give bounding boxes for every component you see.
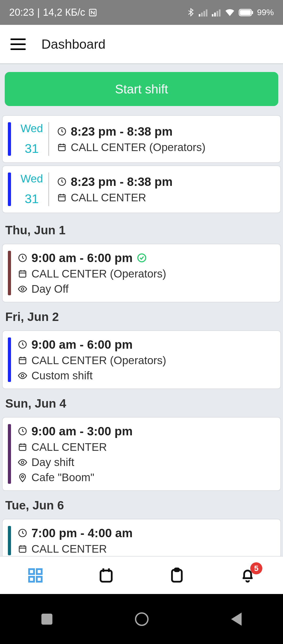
shift-place: CALL CENTER (Operators) (31, 268, 166, 280)
calendar-icon (57, 142, 67, 152)
shift-card[interactable]: 9:00 am - 6:00 pm CALL CENTER (Operators… (2, 330, 281, 389)
bottom-tab-bar: 5 (0, 556, 283, 594)
date-column: Wed 31 (18, 122, 49, 156)
clock-icon (57, 126, 67, 136)
clock-icon (18, 426, 28, 436)
day-number: 31 (25, 192, 39, 206)
svg-rect-3 (203, 11, 205, 16)
clock-icon (57, 177, 67, 187)
nav-back-icon[interactable] (231, 613, 242, 626)
shift-time: 7:00 pm - 4:00 am (31, 526, 133, 540)
android-status-bar: 20:23 | 14,2 КБ/с 99% (0, 0, 283, 25)
eye-icon (18, 457, 28, 467)
accent-bar (8, 122, 11, 156)
shift-place: CALL CENTER (Operators) (71, 141, 205, 154)
svg-rect-11 (252, 11, 253, 14)
day-number: 31 (25, 141, 39, 156)
calendar-icon (18, 544, 28, 554)
svg-rect-31 (29, 577, 34, 582)
date-section-header: Fri, Jun 2 (0, 302, 283, 330)
tab-calendar[interactable] (96, 565, 117, 586)
shift-place: CALL CENTER (31, 543, 107, 555)
nav-home-icon[interactable] (135, 612, 149, 626)
check-icon (137, 253, 147, 263)
svg-rect-15 (58, 195, 65, 201)
date-section-header: Thu, Jun 1 (0, 216, 283, 244)
shift-time: 9:00 am - 6:00 pm (31, 251, 133, 265)
tab-clipboard[interactable] (166, 565, 187, 586)
svg-rect-29 (29, 569, 34, 574)
android-nav-bar (0, 594, 283, 644)
weekday-label: Wed (20, 122, 43, 135)
shift-card[interactable]: 7:00 pm - 4:00 am CALL CENTER (2, 519, 281, 556)
svg-point-25 (21, 461, 24, 464)
svg-rect-5 (212, 14, 213, 16)
page-title: Dashboard (41, 37, 106, 52)
svg-point-22 (21, 374, 24, 377)
date-section-header: Tue, Jun 6 (0, 491, 283, 519)
clock-icon (18, 253, 28, 263)
nav-recent-icon[interactable] (41, 614, 52, 625)
shift-time: 8:23 pm - 8:38 pm (71, 175, 173, 189)
shift-place: CALL CENTER (71, 191, 146, 204)
svg-rect-7 (216, 11, 218, 16)
svg-point-19 (21, 288, 24, 290)
battery-icon (239, 9, 253, 16)
signal-icon (198, 9, 208, 16)
svg-rect-2 (201, 13, 203, 16)
svg-rect-6 (214, 13, 216, 16)
clock-icon (18, 528, 28, 538)
clipboard-icon (168, 567, 185, 584)
date-section-header: Sun, Jun 4 (0, 389, 283, 417)
date-column: Wed 31 (18, 173, 49, 206)
shift-type: Custom shift (31, 369, 92, 382)
shift-place: CALL CENTER (Operators) (31, 354, 166, 367)
weekday-label: Wed (20, 173, 43, 185)
eye-icon (18, 284, 28, 294)
notification-badge: 5 (250, 562, 262, 574)
shift-time: 9:00 am - 3:00 pm (31, 424, 133, 438)
svg-rect-33 (101, 570, 112, 582)
tab-notifications[interactable]: 5 (237, 565, 258, 586)
shift-type: Day shift (31, 456, 74, 469)
app-header: Dashboard (0, 25, 283, 64)
battery-percent: 99% (257, 8, 274, 17)
shift-location: Cafe "Boom" (31, 471, 94, 484)
svg-rect-18 (19, 271, 26, 277)
accent-bar (8, 251, 11, 295)
shift-time: 8:23 pm - 8:38 pm (71, 124, 173, 138)
shift-card[interactable]: Wed 31 8:23 pm - 8:38 pm CALL CENTER (2, 165, 281, 213)
svg-rect-24 (19, 444, 26, 451)
shift-time: 9:00 am - 6:00 pm (31, 337, 133, 352)
shift-card[interactable]: 9:00 am - 3:00 pm CALL CENTER Day shift … (2, 417, 281, 491)
shift-place: CALL CENTER (31, 441, 107, 453)
status-net-speed: 14,2 КБ/с (43, 7, 85, 18)
svg-rect-21 (19, 358, 26, 364)
svg-rect-30 (37, 569, 42, 574)
bluetooth-icon (187, 8, 195, 17)
accent-bar (8, 173, 11, 206)
grid-icon (27, 567, 44, 584)
start-shift-button[interactable]: Start shift (5, 72, 278, 106)
tab-dashboard[interactable] (25, 565, 46, 586)
shift-card[interactable]: 9:00 am - 6:00 pm CALL CENTER (Operators… (2, 244, 281, 302)
content-scroll[interactable]: Start shift Wed 31 8:23 pm - 8:38 pm CAL… (0, 64, 283, 556)
shift-type: Day Off (31, 283, 69, 295)
shift-card[interactable]: Wed 31 8:23 pm - 8:38 pm CALL CENTER (Op… (2, 115, 281, 163)
calendar-icon (57, 193, 67, 203)
svg-rect-32 (37, 577, 42, 582)
svg-rect-1 (199, 14, 200, 16)
accent-bar (8, 424, 11, 484)
svg-rect-13 (58, 145, 65, 151)
signal-icon (211, 9, 221, 16)
svg-rect-4 (206, 9, 207, 16)
status-left: 20:23 | 14,2 КБ/с (9, 7, 97, 18)
svg-rect-28 (19, 546, 26, 552)
status-time: 20:23 (9, 7, 34, 18)
accent-bar (8, 526, 11, 555)
accent-bar (8, 337, 11, 382)
svg-point-26 (21, 476, 24, 478)
clock-icon (18, 340, 28, 349)
calendar-icon (18, 356, 28, 365)
menu-icon[interactable] (10, 38, 26, 50)
